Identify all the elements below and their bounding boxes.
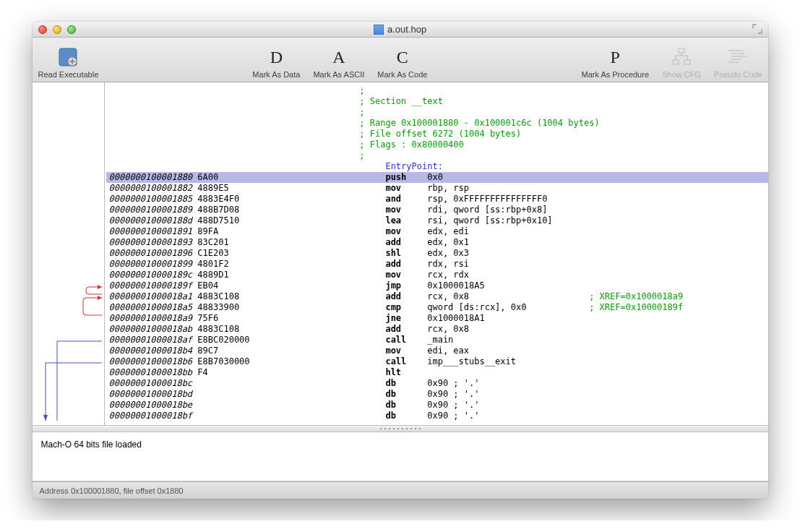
cfg-icon xyxy=(671,46,692,69)
asm-line[interactable]: 0000000100001882 4889E5 mov rbp, rsp xyxy=(106,183,768,194)
window: a.out.hop Read Executable D Mark As Data… xyxy=(33,22,768,499)
letter-p-icon: P xyxy=(611,48,620,67)
asm-line[interactable]: 00000001000018bb F4 hlt xyxy=(106,367,768,378)
asm-line[interactable]: ; xyxy=(106,107,768,118)
toolbar-label: Pseudo Code xyxy=(714,70,762,79)
svg-rect-3 xyxy=(673,60,679,64)
asm-line[interactable]: EntryPoint: xyxy=(106,161,768,172)
asm-line[interactable]: 000000010000188d 488D7510 lea rsi, qword… xyxy=(106,215,768,226)
asm-line[interactable]: 0000000100001896 C1E203 shl edx, 0x3 xyxy=(106,248,768,259)
asm-line[interactable]: 000000010000189f EB04 jmp 0x1000018A5 xyxy=(106,280,768,291)
asm-line[interactable]: 00000001000018a5 48833900 cmp qword [ds:… xyxy=(106,302,768,313)
asm-line[interactable]: 00000001000018be db 0x90 ; '.' xyxy=(106,400,768,411)
asm-line[interactable]: ; xyxy=(106,85,768,96)
asm-line[interactable]: ; File offset 6272 (1004 bytes) xyxy=(106,129,768,140)
grip-icon xyxy=(379,427,422,430)
letter-a-icon: A xyxy=(332,48,345,67)
asm-line[interactable]: 00000001000018a9 75F6 jne 0x1000018A1 xyxy=(106,313,768,324)
asm-line[interactable]: ; xyxy=(106,150,768,161)
asm-line[interactable]: ; Flags : 0x80000400 xyxy=(106,140,768,150)
zoom-icon[interactable] xyxy=(67,25,76,34)
titlebar: a.out.hop xyxy=(33,22,768,38)
asm-line[interactable]: 00000001000018a1 4883C108 add rcx, 0x8 ;… xyxy=(106,291,768,302)
asm-line[interactable]: 0000000100001880 6A00 push 0x0 xyxy=(106,172,768,183)
asm-line[interactable]: 00000001000018bf db 0x90 ; '.' xyxy=(106,411,768,421)
pseudo-code-button: Pseudo Code xyxy=(714,46,762,79)
asm-line[interactable]: 00000001000018bc db 0x90 ; '.' xyxy=(106,378,768,389)
asm-line[interactable]: 00000001000018ab 4883C108 add rcx, 0x8 xyxy=(106,324,768,335)
read-executable-button[interactable]: Read Executable xyxy=(38,46,99,79)
window-title: a.out.hop xyxy=(33,24,768,35)
svg-rect-4 xyxy=(684,60,690,64)
toolbar-label: Read Executable xyxy=(38,70,99,79)
fullscreen-icon[interactable] xyxy=(752,24,762,35)
log-message: Mach-O 64 bits file loaded xyxy=(41,439,142,450)
disassembly-view[interactable]: ; ; Section __text ; ; Range 0x100001880… xyxy=(105,82,768,425)
window-title-text: a.out.hop xyxy=(387,24,426,35)
asm-line[interactable]: 0000000100001891 89FA mov edx, edi xyxy=(106,226,768,237)
minimize-icon[interactable] xyxy=(53,25,61,34)
toolbar-label: Mark As Data xyxy=(252,70,300,79)
toolbar-label: Mark As ASCII xyxy=(313,70,364,79)
statusbar: Address 0x100001880, file offset 0x1880 xyxy=(33,481,768,499)
letter-c-icon: C xyxy=(397,48,408,67)
main-area: ; ; Section __text ; ; Range 0x100001880… xyxy=(33,82,768,425)
svg-marker-12 xyxy=(43,415,48,421)
splitter-handle[interactable] xyxy=(33,425,768,432)
asm-line[interactable]: 00000001000018b6 E8B7030000 call imp___s… xyxy=(106,356,768,367)
asm-line[interactable]: 0000000100001885 4883E4F0 and rsp, 0xFFF… xyxy=(106,194,768,205)
asm-line[interactable]: 0000000100001889 488B7D08 mov rdi, qword… xyxy=(106,205,768,215)
mark-data-button[interactable]: D Mark As Data xyxy=(252,46,300,79)
asm-line[interactable]: 00000001000018bd db 0x90 ; '.' xyxy=(106,389,768,400)
svg-marker-10 xyxy=(98,285,102,289)
document-icon xyxy=(374,25,384,35)
svg-marker-11 xyxy=(98,296,102,300)
mark-code-button[interactable]: C Mark As Code xyxy=(377,46,427,79)
asm-line[interactable]: ; Range 0x100001880 - 0x100001c6c (1004 … xyxy=(106,118,768,129)
status-text: Address 0x100001880, file offset 0x1880 xyxy=(40,486,184,495)
executable-icon xyxy=(56,46,79,69)
asm-line[interactable]: 0000000100001893 83C201 add edx, 0x1 xyxy=(106,237,768,248)
flow-gutter xyxy=(33,82,105,425)
close-icon[interactable] xyxy=(38,25,47,34)
svg-rect-2 xyxy=(679,48,684,53)
window-controls xyxy=(38,25,76,34)
log-pane: Mach-O 64 bits file loaded xyxy=(33,432,768,481)
asm-line[interactable]: 00000001000018b4 89C7 mov edi, eax xyxy=(106,346,768,356)
show-cfg-button: Show CFG xyxy=(662,46,701,79)
code-lines-icon xyxy=(726,46,750,69)
asm-line[interactable]: 00000001000018af E8BC020000 call _main xyxy=(106,335,768,346)
mark-ascii-button[interactable]: A Mark As ASCII xyxy=(313,46,364,79)
asm-line[interactable]: 000000010000189c 4889D1 mov rcx, rdx xyxy=(106,270,768,280)
letter-d-icon: D xyxy=(270,48,283,67)
toolbar-label: Mark As Procedure xyxy=(581,70,649,79)
asm-line[interactable]: 0000000100001899 4801F2 add rdx, rsi xyxy=(106,259,768,270)
toolbar-label: Show CFG xyxy=(662,70,701,79)
toolbar-label: Mark As Code xyxy=(377,70,427,79)
toolbar: Read Executable D Mark As Data A Mark As… xyxy=(33,38,768,82)
asm-line[interactable]: ; Section __text xyxy=(106,96,768,107)
mark-procedure-button[interactable]: P Mark As Procedure xyxy=(581,46,649,79)
